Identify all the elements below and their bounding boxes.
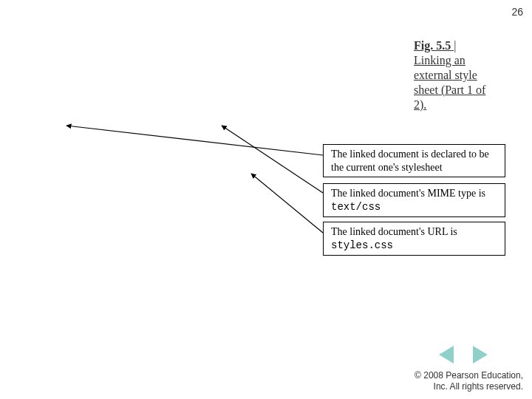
nav-controls [439,346,488,364]
svg-line-0 [66,126,323,155]
footer-line-1: © 2008 Pearson Education, [415,370,523,381]
callout-text: The linked document is declared to be th… [331,149,489,173]
footer-line-2: Inc. All rights reserved. [415,381,523,392]
callout-text: The linked document's URL is [331,226,457,237]
prev-slide-button[interactable] [439,346,454,364]
figure-caption: Fig. 5.5 | Linking an external style she… [414,38,494,112]
figure-text: Linking an external style sheet (Part 1 … [414,54,485,111]
callout-code: text/css [331,201,381,213]
callout-url: The linked document's URL is styles.css [323,222,505,256]
figure-separator: | [451,39,456,52]
svg-line-1 [222,126,323,193]
svg-line-2 [251,174,323,233]
callout-mime-type: The linked document's MIME type is text/… [323,183,505,217]
callout-rel-stylesheet: The linked document is declared to be th… [323,144,505,177]
page-number: 26 [511,6,523,18]
figure-label: Fig. 5.5 [414,39,451,52]
next-slide-button[interactable] [473,346,488,364]
copyright-footer: © 2008 Pearson Education, Inc. All right… [415,370,523,392]
callout-text: The linked document's MIME type is [331,188,485,199]
callout-code: styles.css [331,239,393,251]
